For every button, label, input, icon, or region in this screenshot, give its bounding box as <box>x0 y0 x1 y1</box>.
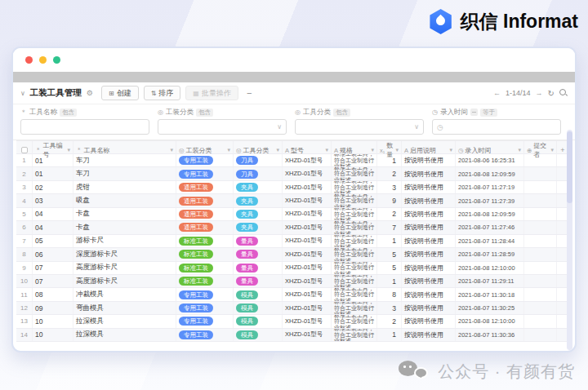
cell-tooling-category: 标准工装 <box>176 262 234 274</box>
category-badge: 刀具 <box>236 156 258 165</box>
table-row[interactable]: 101车刀专用工装刀具XHZD-01型号标准工装工具，符合工业制造行业标准1按说… <box>16 154 572 167</box>
cell-tool-code: 09 <box>33 302 74 314</box>
cell-submitter <box>524 221 557 233</box>
column-caret-icon[interactable]: ▾ <box>227 147 230 153</box>
time-field-icon: ◷ <box>432 109 438 116</box>
table-row[interactable]: 1007高度游标卡尺标准工装量具XHZD-01型号标准工装工具，符合工业制造行业… <box>16 275 572 288</box>
cell-tooling-category: 专用工装 <box>176 315 234 327</box>
column-label: 启用说明 <box>410 146 436 155</box>
text-field-icon: A <box>404 147 408 154</box>
category-badge: 刀具 <box>236 170 258 179</box>
row-index: 12 <box>16 302 33 314</box>
cell-quantity: 1 <box>377 154 402 166</box>
column-label: 录入时间 <box>466 146 492 155</box>
cell-tool-code: 04 <box>33 221 74 233</box>
cell-usage-note: 按说明书使用 <box>402 275 456 287</box>
pagination: ← 1-14/14 → ↻ <box>493 89 568 98</box>
table-row[interactable]: 705游标卡尺标准工装量具XHZD-01型号标准工装工具，符合工业制造行业标准1… <box>16 235 572 248</box>
cell-tool-name: 卡盘 <box>74 208 176 220</box>
cell-tooling-category: 通用工装 <box>176 194 234 206</box>
column-caret-icon[interactable]: ▾ <box>170 147 173 153</box>
cell-spec: 标准工装工具，符合工业制造行业标准 <box>332 262 377 274</box>
create-button[interactable]: ⊞ 创建 <box>101 86 139 100</box>
category-badge: 标准工装 <box>179 277 213 286</box>
table-row[interactable]: 201车刀专用工装刀具XHZD-01型号标准工装工具，符合工业制造行业标准2按说… <box>16 167 572 180</box>
required-field-icon: ＊ <box>20 108 27 117</box>
select-all-checkbox[interactable] <box>21 147 28 153</box>
column-caret-icon[interactable]: ▾ <box>449 147 452 153</box>
category-badge: 模具 <box>236 330 258 339</box>
cell-submitter <box>524 275 557 287</box>
cell-tool-code: 01 <box>33 154 74 166</box>
cell-usage-note: 按说明书使用 <box>402 248 456 260</box>
table-row[interactable]: 302虎钳通用工装夹具XHZD-01型号标准工装工具，符合工业制造行业标准3按说… <box>16 181 572 194</box>
sort-button[interactable]: ⇅ 排序 <box>144 86 181 100</box>
table-row[interactable]: 403吸盘通用工装夹具XHZD-01型号标准工装工具，符合工业制造行业标准9按说… <box>16 194 572 207</box>
batch-actions-button[interactable]: ▦ 批量操作 <box>185 86 238 100</box>
table-row[interactable]: 806深度游标卡尺标准工装量具XHZD-01型号标准工装工具，符合工业制造行业标… <box>16 248 572 261</box>
category-badge: 模具 <box>236 317 258 326</box>
column-caret-icon[interactable]: ▾ <box>325 147 328 153</box>
maximize-window-button[interactable] <box>53 56 60 64</box>
category-badge: 专用工装 <box>179 304 213 312</box>
column-caret-icon[interactable]: ▾ <box>518 147 521 153</box>
number-field-icon: x₁ <box>380 147 385 154</box>
tooling-category-select[interactable]: ∨ <box>158 119 287 135</box>
batch-button-label: 批量操作 <box>202 88 231 99</box>
table-row[interactable]: 907高度游标卡尺标准工装量具XHZD-01型号标准工装工具，符合工业制造行业标… <box>16 262 572 275</box>
cell-quantity: 9 <box>377 194 402 206</box>
cell-tool-code: 04 <box>33 208 74 220</box>
tool-category-select[interactable]: ∨ <box>295 119 424 135</box>
cell-quantity: 7 <box>377 221 402 233</box>
cell-spec: 标准工装工具，符合工业制造行业标准 <box>332 181 377 193</box>
cell-tooling-category: 标准工装 <box>176 235 234 247</box>
cell-quantity: 3 <box>377 181 402 193</box>
minimize-window-button[interactable] <box>39 56 47 64</box>
column-caret-icon[interactable]: ▾ <box>276 147 279 153</box>
table-row[interactable]: 604卡盘通用工装夹具XHZD-01型号标准工装工具，符合工业制造行业标准7按说… <box>16 221 572 234</box>
row-index: 2 <box>16 167 33 179</box>
table-row[interactable]: 1209弯曲模具专用工装模具XHZD-01型号标准工装工具，符合工业制造行业标准… <box>16 302 572 315</box>
collapse-chevron-icon[interactable]: ∨ <box>20 90 25 97</box>
category-badge: 量具 <box>236 237 258 246</box>
refresh-icon[interactable]: ↻ <box>548 89 555 98</box>
column-caret-icon[interactable]: ▾ <box>371 147 374 153</box>
vertical-scrollbar[interactable] <box>567 130 572 350</box>
cell-tooling-category: 专用工装 <box>176 167 234 179</box>
brand-logo: 织信 Informat <box>429 9 578 34</box>
table-row[interactable]: 1310拉深模具专用工装模具XHZD-01型号标准工装工具，符合工业制造行业标准… <box>16 315 572 328</box>
cell-entry-time: 2021-08-08 12:10:00 <box>456 315 524 327</box>
cell-entry-time: 2021-08-06 16:25:31 <box>456 154 524 166</box>
category-badge: 通用工装 <box>179 210 213 219</box>
cell-quantity: 1 <box>377 329 402 341</box>
chevron-down-icon: ∨ <box>277 123 282 131</box>
tool-name-input[interactable] <box>20 119 149 135</box>
column-caret-icon[interactable]: ▾ <box>395 147 399 153</box>
filter-tooling-category: ◎ 工装分类 包含 ∨ <box>158 107 287 135</box>
cell-tool-name: 拉深模具 <box>74 329 176 341</box>
cell-spec: 标准工装工具，符合工业制造行业标准 <box>332 288 377 300</box>
next-page-icon[interactable]: → <box>536 89 543 97</box>
cell-entry-time: 2021-08-07 11:27:19 <box>456 181 524 193</box>
entry-time-input[interactable]: ◷ <box>432 119 561 135</box>
table-row[interactable]: 1108冲裁模具专用工装模具XHZD-01型号标准工装工具，符合工业制造行业标准… <box>16 288 572 301</box>
close-window-button[interactable] <box>25 56 33 64</box>
search-icon[interactable] <box>559 89 568 97</box>
table-row[interactable]: 1410拉深模具专用工装模具XHZD-01型号标准工装工具，符合工业制造行业标准… <box>16 329 572 342</box>
column-caret-icon[interactable]: ▾ <box>67 147 70 153</box>
cell-submitter <box>524 262 557 274</box>
category-badge: 专用工装 <box>179 330 213 339</box>
prev-page-icon[interactable]: ← <box>493 89 501 97</box>
cell-tool-name: 车刀 <box>74 167 176 179</box>
cell-model: XHZD-01型号 <box>283 248 332 260</box>
cell-tool-category: 夹具 <box>234 208 283 220</box>
cell-tool-category: 量具 <box>234 262 283 274</box>
cell-spec: 标准工装工具，符合工业制造行业标准 <box>332 248 377 260</box>
wechat-icon <box>399 361 429 383</box>
gear-icon[interactable]: ⚙ <box>87 89 93 97</box>
more-actions-button[interactable]: − <box>243 86 255 100</box>
cell-tooling-category: 专用工装 <box>176 288 234 300</box>
table-row[interactable]: 504卡盘通用工装夹具XHZD-01型号标准工装工具，符合工业制造行业标准2按说… <box>16 208 572 221</box>
column-caret-icon[interactable]: ▾ <box>550 147 554 153</box>
row-index: 10 <box>16 275 33 287</box>
